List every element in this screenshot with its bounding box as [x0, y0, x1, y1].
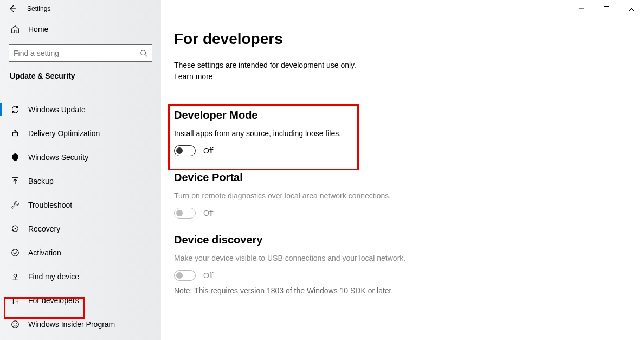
- sidebar-item-label: Activation: [28, 248, 61, 257]
- search-input[interactable]: [14, 49, 140, 57]
- page-intro: These settings are intended for developm…: [174, 61, 631, 69]
- sidebar-item-label: Windows Security: [28, 153, 88, 162]
- sidebar-item-troubleshoot[interactable]: Troubleshoot: [0, 193, 161, 217]
- sidebar-item-backup[interactable]: Backup: [0, 169, 161, 193]
- close-button[interactable]: [619, 0, 644, 17]
- sidebar-item-for-developers[interactable]: For developers: [0, 288, 161, 312]
- svg-rect-0: [604, 7, 609, 11]
- svg-point-6: [12, 321, 19, 328]
- location-icon: [10, 272, 21, 281]
- toggle-state-label: Off: [203, 146, 213, 155]
- toggle-state-label: Off: [203, 209, 213, 217]
- svg-point-8: [16, 323, 17, 324]
- titlebar: Settings: [0, 0, 644, 17]
- sidebar-item-activation[interactable]: Activation: [0, 241, 161, 265]
- delivery-icon: [10, 129, 21, 138]
- search-icon: [140, 49, 147, 57]
- insider-icon: [10, 319, 21, 329]
- device-portal-toggle: [174, 208, 196, 219]
- page-title: For developers: [174, 30, 631, 48]
- arrow-left-icon: [8, 4, 17, 13]
- section-title: Device Portal: [174, 171, 631, 184]
- main-content: For developers These settings are intend…: [161, 17, 644, 340]
- sidebar-home-label: Home: [28, 25, 48, 34]
- sidebar-item-windows-update[interactable]: Windows Update: [0, 98, 161, 121]
- sidebar-item-windows-insider[interactable]: Windows Insider Program: [0, 312, 161, 336]
- developer-mode-toggle[interactable]: [174, 145, 196, 156]
- svg-point-5: [14, 274, 16, 277]
- svg-point-4: [12, 249, 19, 256]
- window-controls: [569, 0, 644, 17]
- shield-icon: [10, 152, 21, 162]
- search-box[interactable]: [9, 44, 152, 62]
- home-icon: [10, 24, 21, 34]
- maximize-icon: [604, 6, 609, 11]
- svg-point-1: [141, 50, 146, 55]
- section-device-portal: Device Portal Turn on remote diagnostics…: [174, 171, 631, 219]
- device-discovery-toggle: [174, 270, 196, 281]
- close-icon: [629, 6, 634, 11]
- sidebar-item-label: Find my device: [28, 272, 79, 281]
- sync-icon: [10, 105, 21, 114]
- wrench-icon: [10, 200, 21, 210]
- sidebar-item-label: Delivery Optimization: [28, 129, 100, 138]
- sidebar-item-label: Troubleshoot: [28, 201, 72, 209]
- sidebar-item-windows-security[interactable]: Windows Security: [0, 145, 161, 169]
- sidebar-item-label: Recovery: [28, 224, 60, 233]
- minimize-icon: [579, 6, 584, 11]
- back-button[interactable]: [0, 0, 25, 17]
- sidebar-item-delivery-optimization[interactable]: Delivery Optimization: [0, 121, 161, 145]
- window-title: Settings: [27, 5, 50, 12]
- svg-point-3: [15, 228, 16, 230]
- section-desc: Make your device visible to USB connecti…: [174, 254, 631, 262]
- minimize-button[interactable]: [569, 0, 594, 17]
- recovery-icon: [10, 224, 21, 234]
- maximize-button[interactable]: [594, 0, 619, 17]
- toggle-state-label: Off: [203, 271, 213, 280]
- section-developer-mode: Developer Mode Install apps from any sou…: [174, 109, 631, 156]
- svg-point-7: [13, 323, 14, 324]
- section-note: Note: This requires version 1803 of the …: [174, 286, 631, 295]
- sidebar-item-recovery[interactable]: Recovery: [0, 217, 161, 241]
- section-title: Device discovery: [174, 234, 631, 246]
- tools-icon: [10, 296, 21, 305]
- section-device-discovery: Device discovery Make your device visibl…: [174, 234, 631, 295]
- svg-rect-2: [13, 132, 18, 136]
- backup-icon: [10, 176, 21, 186]
- check-icon: [10, 248, 21, 258]
- sidebar-home[interactable]: Home: [0, 17, 161, 41]
- sidebar-section-header: Update & Security: [0, 69, 161, 87]
- section-desc: Turn on remote diagnostics over local ar…: [174, 191, 631, 200]
- sidebar-item-label: Windows Update: [28, 105, 86, 114]
- section-title: Developer Mode: [174, 109, 631, 121]
- sidebar-item-label: Windows Insider Program: [28, 320, 115, 329]
- section-desc: Install apps from any source, including …: [174, 129, 631, 138]
- sidebar: Home Update & Security Windows Update De…: [0, 17, 161, 340]
- sidebar-item-label: Backup: [28, 177, 54, 185]
- sidebar-item-label: For developers: [28, 296, 79, 305]
- sidebar-item-find-my-device[interactable]: Find my device: [0, 265, 161, 288]
- learn-more-link[interactable]: Learn more: [174, 72, 213, 81]
